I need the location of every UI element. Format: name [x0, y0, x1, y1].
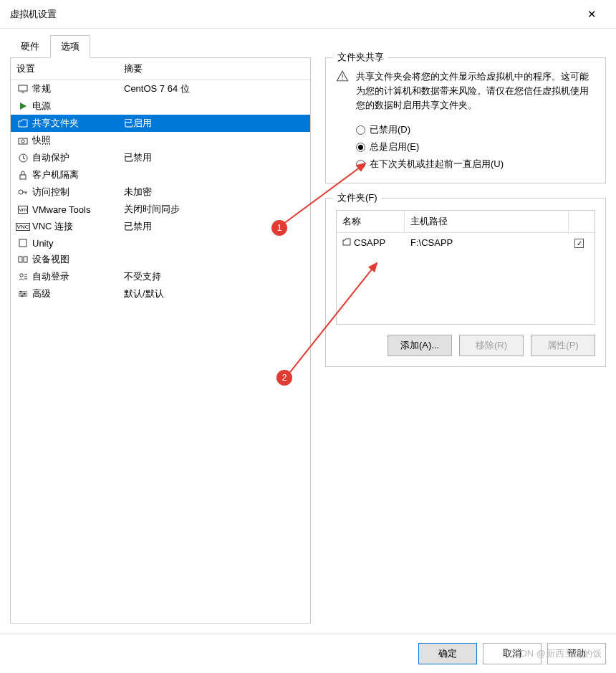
settings-list-item[interactable]: 常规CentOS 7 64 位	[11, 80, 310, 97]
folder-table: 名称 主机路径 CSAPPF:\CSAPP✓	[336, 210, 595, 325]
settings-list-item[interactable]: Unity	[11, 235, 310, 251]
window-title: 虚拟机设置	[10, 8, 577, 21]
list-item-summary: 未加密	[124, 186, 304, 199]
sharing-groupbox: 文件夹共享 共享文件夹会将您的文件显示给虚拟机中的程序。这可能为您的计算机和数据…	[325, 57, 606, 183]
settings-list-item[interactable]: 自动登录不受支持	[11, 268, 310, 285]
settings-list-item[interactable]: 快照	[11, 132, 310, 149]
watermark: CSDN @新西兰做的饭	[507, 647, 602, 660]
warning-icon	[336, 70, 349, 113]
list-item-label: 高级	[32, 287, 124, 300]
radio-icon	[356, 160, 365, 169]
settings-list-item[interactable]: 访问控制未加密	[11, 183, 310, 201]
annotation-badge-2: 2	[276, 370, 292, 386]
folder-icon	[16, 118, 29, 129]
add-folder-button[interactable]: 添加(A)...	[388, 335, 452, 356]
list-item-label: 共享文件夹	[32, 117, 124, 130]
login-icon	[16, 271, 29, 282]
list-item-summary: CentOS 7 64 位	[124, 82, 304, 95]
list-item-label: 设备视图	[32, 253, 124, 266]
svg-rect-9	[19, 239, 27, 247]
list-item-label: 常规	[32, 82, 124, 95]
device-icon	[16, 254, 29, 265]
settings-list-item[interactable]: 设备视图	[11, 251, 310, 268]
radio-disabled[interactable]: 已禁用(D)	[356, 121, 595, 138]
tab-hardware[interactable]: 硬件	[10, 35, 50, 58]
radio-icon	[356, 125, 365, 135]
adv-icon	[16, 288, 29, 300]
radio-always-enabled[interactable]: 总是启用(E)	[356, 138, 595, 156]
folder-table-header: 名称 主机路径	[337, 211, 595, 233]
tab-strip: 硬件 选项	[0, 29, 616, 57]
settings-list-item[interactable]: 电源	[11, 97, 310, 115]
folder-row-name: CSAPP	[337, 236, 405, 249]
camera-icon	[16, 135, 29, 146]
warning-text: 共享文件夹会将您的文件显示给虚拟机中的程序。这可能为您的计算机和数据带来风险。请…	[356, 70, 595, 113]
list-item-label: 客户机隔离	[32, 168, 124, 181]
radio-label: 已禁用(D)	[370, 123, 410, 136]
svg-rect-10	[19, 257, 22, 262]
folder-properties-button[interactable]: 属性(P)	[531, 335, 595, 356]
svg-rect-11	[24, 257, 27, 262]
list-item-summary: 已禁用	[124, 151, 304, 164]
svg-point-15	[21, 295, 24, 297]
list-item-label: 访问控制	[32, 186, 124, 199]
list-header: 设置 摘要	[11, 58, 310, 80]
col-header-name: 名称	[337, 211, 405, 232]
annotation-badge-1: 1	[271, 220, 287, 236]
vm-icon: vm	[16, 204, 29, 215]
warning-row: 共享文件夹会将您的文件显示给虚拟机中的程序。这可能为您的计算机和数据带来风险。请…	[336, 70, 595, 113]
list-item-label: 快照	[32, 134, 124, 147]
ok-button[interactable]: 确定	[418, 643, 477, 664]
settings-list: 常规CentOS 7 64 位电源共享文件夹已启用快照自动保护已禁用客户机隔离访…	[11, 80, 310, 623]
settings-list-panel: 设置 摘要 常规CentOS 7 64 位电源共享文件夹已启用快照自动保护已禁用…	[10, 57, 311, 624]
col-header-check	[569, 211, 595, 232]
sharing-radio-group: 已禁用(D) 总是启用(E) 在下次关机或挂起前一直启用(U)	[356, 121, 595, 173]
folder-table-body: CSAPPF:\CSAPP✓	[337, 233, 595, 252]
close-icon[interactable]: ✕	[577, 8, 606, 21]
list-item-summary: 默认/默认	[124, 287, 304, 300]
right-panel: 文件夹共享 共享文件夹会将您的文件显示给虚拟机中的程序。这可能为您的计算机和数据…	[325, 57, 606, 624]
settings-list-item[interactable]: 高级默认/默认	[11, 285, 310, 302]
list-item-summary: 不受支持	[124, 270, 304, 283]
svg-rect-2	[19, 138, 27, 144]
settings-list-item[interactable]: 自动保护已禁用	[11, 149, 310, 166]
settings-list-item[interactable]: 共享文件夹已启用	[11, 115, 310, 132]
folders-group-title: 文件夹(F)	[333, 191, 382, 204]
settings-list-item[interactable]: vmVMware Tools关闭时间同步	[11, 201, 310, 218]
settings-list-item[interactable]: 客户机隔离	[11, 166, 310, 183]
svg-point-17	[342, 79, 343, 80]
svg-rect-5	[20, 175, 26, 179]
svg-rect-0	[19, 85, 27, 91]
folders-groupbox: 文件夹(F) 名称 主机路径 CSAPPF:\CSAPP✓ 添加(A)... 移…	[325, 198, 606, 367]
svg-point-13	[20, 291, 22, 293]
settings-list-item[interactable]: VNCVNC 连接已禁用	[11, 218, 310, 235]
list-item-summary: 关闭时间同步	[124, 203, 304, 216]
lock-icon	[16, 169, 29, 181]
content-area: 设置 摘要 常规CentOS 7 64 位电源共享文件夹已启用快照自动保护已禁用…	[0, 57, 616, 634]
list-item-summary: 已启用	[124, 117, 304, 130]
unity-icon	[16, 237, 29, 249]
folder-row-path: F:\CSAPP	[405, 236, 569, 249]
clock-icon	[16, 152, 29, 163]
list-item-label: 电源	[32, 100, 124, 113]
radio-until-next[interactable]: 在下次关机或挂起前一直启用(U)	[356, 156, 595, 173]
list-item-label: 自动登录	[32, 270, 124, 283]
radio-label: 总是启用(E)	[370, 140, 419, 153]
list-item-label: Unity	[32, 238, 124, 249]
list-item-label: VNC 连接	[32, 220, 124, 233]
col-header-summary: 摘要	[124, 62, 304, 75]
svg-point-3	[21, 140, 24, 143]
folder-table-row[interactable]: CSAPPF:\CSAPP✓	[337, 233, 595, 252]
tab-options[interactable]: 选项	[50, 35, 90, 58]
svg-point-12	[19, 274, 22, 277]
vnc-icon: VNC	[16, 221, 29, 232]
col-header-hostpath: 主机路径	[405, 211, 569, 232]
monitor-icon	[16, 83, 29, 95]
radio-label: 在下次关机或挂起前一直启用(U)	[370, 158, 504, 171]
sharing-group-title: 文件夹共享	[333, 51, 388, 64]
svg-point-14	[24, 293, 26, 295]
remove-folder-button[interactable]: 移除(R)	[459, 335, 524, 356]
folder-row-checkbox[interactable]: ✓	[569, 236, 595, 249]
radio-icon	[356, 143, 365, 152]
list-item-label: 自动保护	[32, 151, 124, 164]
